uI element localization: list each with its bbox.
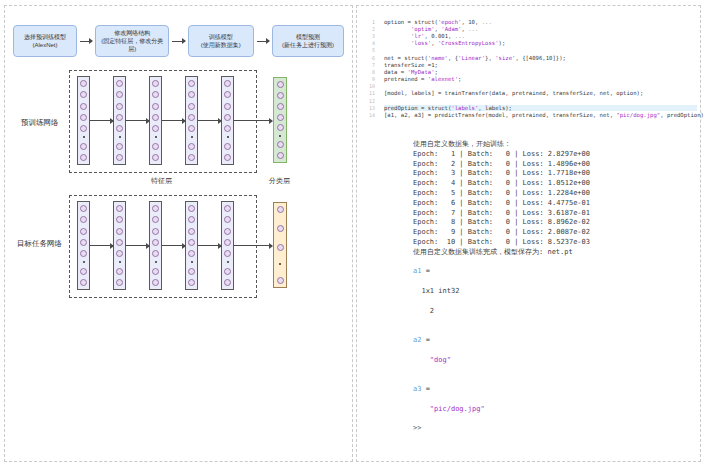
flow-arrow-icon: [172, 41, 184, 42]
neuron-circle: [80, 154, 87, 161]
code-line[interactable]: 9pretrained = 'alexnet';: [362, 76, 697, 83]
result-value-line: 2: [413, 307, 697, 317]
line-number: 14: [362, 112, 375, 118]
code-line[interactable]: 3 'lr', 0.001, ...: [362, 32, 697, 39]
neuron-circle: [152, 143, 159, 150]
neuron-circle: [80, 125, 87, 132]
flow-step-title: 选择预训练模型: [24, 33, 66, 41]
layer-arrow-icon: [126, 245, 149, 246]
neuron-circle: [224, 239, 231, 246]
neuron-circle: [116, 154, 123, 161]
neuron-circle: [224, 143, 231, 150]
ellipsis-dot-icon: [119, 261, 121, 263]
neuron-circle: [188, 125, 195, 132]
flow-step-box: 选择预训练模型(AlexNet): [13, 25, 77, 57]
code-line[interactable]: 10: [362, 83, 697, 90]
code-line[interactable]: 14[a1, a2, a3] = predictTransfer(model, …: [362, 111, 697, 118]
neuron-circle: [277, 103, 284, 110]
code-text: pretrained = 'alexnet';: [384, 76, 697, 82]
network-layer-column: [77, 201, 90, 290]
neuron-circle: [277, 124, 284, 131]
neuron-circle: [80, 143, 87, 150]
console-blank-line: [413, 316, 697, 326]
neuron-circle: [188, 205, 195, 212]
neuron-circle: [152, 80, 159, 87]
console-blank-line: [413, 375, 697, 385]
neuron-circle: [188, 91, 195, 98]
console-blank-line: [413, 346, 697, 356]
epoch-loss-line: Epoch: 10 | Batch: 0 | Loss: 8.5237e-03: [413, 238, 697, 248]
code-line[interactable]: 8data = 'MyData';: [362, 68, 697, 75]
train-done-message: 使用自定义数据集训练完成，模型保存为: net.pt: [413, 248, 697, 258]
line-number: 6: [362, 55, 375, 61]
network-layer-column: [149, 76, 162, 165]
flow-step-title: 修改网络结构: [114, 29, 150, 37]
neuron-circle: [188, 279, 195, 286]
neuron-circle: [152, 279, 159, 286]
neuron-circle: [152, 114, 159, 121]
neuron-circle: [152, 250, 159, 257]
code-line[interactable]: 1option = struct('epoch', 10, ...: [362, 18, 697, 25]
code-line[interactable]: 12: [362, 97, 697, 104]
line-number: 12: [362, 98, 375, 104]
neuron-circle: [277, 114, 284, 121]
neuron-circle: [188, 268, 195, 275]
neuron-circle: [277, 244, 284, 251]
ellipsis-dot-icon: [279, 263, 281, 265]
code-line[interactable]: 2 'optim', 'Adam', ...: [362, 25, 697, 32]
result-name-line: a1 =: [413, 267, 697, 277]
neuron-circle: [80, 91, 87, 98]
console-blank-line: [413, 258, 697, 268]
network-layer-column: [149, 201, 162, 290]
code-line[interactable]: 5: [362, 47, 697, 54]
ellipsis-dot-icon: [227, 261, 229, 263]
target-network-label: 目标任务网络: [17, 239, 62, 249]
code-panel: 1option = struct('epoch', 10, ...2 'opti…: [356, 5, 701, 462]
neuron-circle: [188, 103, 195, 110]
code-text: 'loss', 'CrossEntropyLoss');: [384, 40, 697, 46]
epoch-loss-line: Epoch: 1 | Batch: 0 | Loss: 2.8297e+00: [413, 150, 697, 160]
line-number: 8: [362, 69, 375, 75]
neuron-circle: [80, 279, 87, 286]
network-layer-column: [221, 76, 234, 165]
neuron-circle: [188, 250, 195, 257]
code-line[interactable]: 4 'loss', 'CrossEntropyLoss');: [362, 40, 697, 47]
epoch-loss-line: Epoch: 5 | Batch: 0 | Loss: 1.2284e+00: [413, 189, 697, 199]
neuron-circle: [224, 125, 231, 132]
line-number: 10: [362, 83, 375, 89]
epoch-loss-line: Epoch: 9 | Batch: 0 | Loss: 2.0087e-02: [413, 228, 697, 238]
neuron-circle: [152, 154, 159, 161]
epoch-loss-line: Epoch: 2 | Batch: 0 | Loss: 1.4896e+00: [413, 160, 697, 170]
command-prompt[interactable]: >>: [413, 424, 697, 434]
ellipsis-dot-icon: [279, 135, 281, 137]
diagram-panel: 选择预训练模型(AlexNet)修改网络结构(固定特征层，修改分类层)训练模型(…: [4, 5, 353, 462]
code-text: 'lr', 0.001, ...: [384, 33, 697, 39]
layer-arrow-icon: [90, 120, 113, 121]
code-line[interactable]: 6net = struct('name', {'Linear'}, 'size'…: [362, 54, 697, 61]
neuron-circle: [116, 91, 123, 98]
neuron-circle: [80, 205, 87, 212]
workflow-flowchart: 选择预训练模型(AlexNet)修改网络结构(固定特征层，修改分类层)训练模型(…: [13, 25, 344, 57]
console-blank-line: [413, 326, 697, 336]
line-number: 4: [362, 40, 375, 46]
neuron-circle: [224, 279, 231, 286]
neuron-circle: [224, 114, 231, 121]
code-line[interactable]: 11[model, labels] = trainTransfer(data, …: [362, 90, 697, 97]
line-number: 1: [362, 19, 375, 25]
neuron-circle: [277, 206, 284, 213]
flow-arrow-icon: [257, 41, 269, 42]
ellipsis-dot-icon: [191, 136, 193, 138]
line-number: 2: [362, 26, 375, 32]
feature-layer-caption: 特征层: [151, 176, 172, 186]
ellipsis-dot-icon: [83, 261, 85, 263]
layer-arrow-icon: [198, 245, 221, 246]
neuron-circle: [152, 239, 159, 246]
line-number: 3: [362, 33, 375, 39]
code-line[interactable]: 13predOption = struct('labels', labels);: [362, 104, 697, 111]
code-line[interactable]: 7transferSize =1;: [362, 61, 697, 68]
code-text: 'optim', 'Adam', ...: [384, 26, 697, 32]
neuron-circle: [188, 143, 195, 150]
neuron-circle: [116, 239, 123, 246]
neuron-circle: [224, 103, 231, 110]
code-editor[interactable]: 1option = struct('epoch', 10, ...2 'opti…: [362, 18, 697, 119]
